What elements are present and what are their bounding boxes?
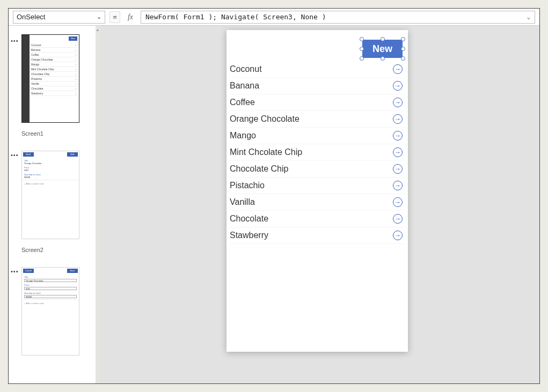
thumb-list-item: Banana› bbox=[31, 48, 77, 53]
formula-bar: OnSelect ⌄ = fx NewForm( Form1 ); Naviga… bbox=[9, 9, 539, 26]
screen2-label: Screen2 bbox=[21, 247, 96, 253]
thumb-edit-button: Edit bbox=[67, 152, 78, 157]
ellipsis-icon[interactable]: ••• bbox=[11, 152, 19, 158]
list-item[interactable]: Mint Chcolate Chip→ bbox=[230, 144, 405, 161]
list-item[interactable]: Pistachio→ bbox=[230, 177, 405, 194]
list-item-label: Vanilla bbox=[230, 197, 393, 207]
thumb-list-item: Orange Chocolate› bbox=[31, 57, 77, 62]
canvas-area[interactable]: New Coconut→Banana→Coffee→Orange Chocola… bbox=[100, 26, 539, 383]
list-item[interactable]: Chocolate→ bbox=[230, 211, 405, 227]
thumb-list-item: Pistachio› bbox=[31, 77, 77, 82]
thumb-new-button: New bbox=[69, 36, 77, 41]
arrow-right-icon[interactable]: → bbox=[393, 147, 403, 157]
ellipsis-icon[interactable]: ••• bbox=[11, 38, 19, 44]
screen1-thumbnail[interactable]: New Coconut›Banana›Coffee›Orange Chocola… bbox=[21, 34, 79, 123]
arrow-right-icon[interactable]: → bbox=[393, 181, 403, 190]
chevron-down-icon[interactable]: ⌄ bbox=[527, 13, 530, 20]
resize-handle[interactable] bbox=[401, 37, 405, 41]
list-item-label: Coffee bbox=[230, 98, 393, 107]
list-item[interactable]: Coffee→ bbox=[230, 94, 405, 111]
new-button-selection[interactable]: New bbox=[362, 40, 403, 58]
list-item-label: Orange Chocolate bbox=[230, 114, 393, 124]
thumb-list-item: Coffee› bbox=[31, 53, 77, 57]
arrow-right-icon[interactable]: → bbox=[393, 164, 403, 174]
list-item[interactable]: Orange Chocolate→ bbox=[230, 111, 405, 128]
resize-handle[interactable] bbox=[381, 37, 385, 41]
workspace: ••• New Coconut›Banana›Coffee›Orange Cho… bbox=[9, 26, 539, 383]
arrow-right-icon[interactable]: → bbox=[393, 214, 403, 224]
resize-handle[interactable] bbox=[401, 47, 405, 51]
list-item[interactable]: Stawberry→ bbox=[230, 227, 405, 244]
arrow-right-icon[interactable]: → bbox=[393, 131, 403, 140]
list-item-label: Chocolate bbox=[230, 214, 393, 224]
resize-handle[interactable] bbox=[360, 37, 364, 41]
gallery[interactable]: Coconut→Banana→Coffee→Orange Chocolate→M… bbox=[230, 61, 405, 349]
screen1-label: Screen1 bbox=[21, 130, 96, 137]
thumb-list-item: Mango› bbox=[31, 62, 77, 67]
app-frame: OnSelect ⌄ = fx NewForm( Form1 ); Naviga… bbox=[8, 8, 540, 384]
resize-handle[interactable] bbox=[360, 47, 364, 51]
arrow-right-icon[interactable]: → bbox=[393, 231, 403, 240]
fx-icon: fx bbox=[125, 13, 136, 21]
resize-handle[interactable] bbox=[401, 56, 405, 61]
screen2-thumbnail[interactable]: Back Edit Title Orange Chocolate Price 3… bbox=[21, 151, 79, 239]
thumb-cancel-button: Cancel bbox=[23, 269, 34, 273]
thumb-list-item: Chocolate› bbox=[31, 86, 77, 91]
list-item-label: Pistachio bbox=[230, 181, 393, 190]
ellipsis-icon[interactable]: ••• bbox=[11, 268, 19, 275]
thumb-back-button: Back bbox=[23, 152, 34, 157]
thumb-save-button: Save bbox=[67, 269, 78, 273]
thumb-list-item: Vanilla› bbox=[31, 82, 77, 86]
arrow-right-icon[interactable]: → bbox=[393, 197, 403, 207]
thumb-list-item: Stawberry› bbox=[31, 91, 77, 96]
thumb-list-item: Chocolate Chip› bbox=[31, 72, 77, 77]
arrow-right-icon[interactable]: → bbox=[393, 81, 403, 91]
new-button[interactable]: New bbox=[362, 40, 403, 58]
property-select[interactable]: OnSelect ⌄ bbox=[13, 11, 105, 24]
list-item[interactable]: Coconut→ bbox=[230, 61, 405, 78]
app-screen[interactable]: New Coconut→Banana→Coffee→Orange Chocola… bbox=[226, 30, 408, 352]
resize-handle[interactable] bbox=[381, 56, 385, 61]
thumb-list-item: Coconut› bbox=[31, 43, 77, 48]
arrow-right-icon[interactable]: → bbox=[393, 114, 403, 124]
property-select-value: OnSelect bbox=[17, 13, 45, 21]
screen3-thumbnail[interactable]: Cancel Save Title Orange Chocolate Price… bbox=[21, 267, 79, 356]
panel-splitter[interactable]: ˄ bbox=[96, 26, 100, 383]
arrow-right-icon[interactable]: → bbox=[393, 98, 403, 107]
thumb-list-item: Mint Chcolate Chip› bbox=[31, 67, 77, 72]
resize-handle[interactable] bbox=[360, 56, 364, 61]
list-item[interactable]: Chocolate Chip→ bbox=[230, 161, 405, 177]
list-item[interactable]: Banana→ bbox=[230, 78, 405, 94]
list-item-label: Coconut bbox=[230, 64, 393, 74]
list-item[interactable]: Vanilla→ bbox=[230, 194, 405, 211]
formula-input[interactable]: NewForm( Form1 ); Navigate( Screen3, Non… bbox=[141, 11, 535, 24]
list-item[interactable]: Mango→ bbox=[230, 128, 405, 144]
list-item-label: Stawberry bbox=[230, 231, 393, 240]
list-item-label: Chocolate Chip bbox=[230, 164, 393, 174]
list-item-label: Mango bbox=[230, 131, 393, 140]
chevron-down-icon: ⌄ bbox=[97, 13, 101, 20]
list-item-label: Banana bbox=[230, 81, 393, 91]
formula-text: NewForm( Form1 ); Navigate( Screen3, Non… bbox=[145, 13, 326, 21]
list-item-label: Mint Chcolate Chip bbox=[230, 147, 393, 157]
chevron-up-icon[interactable]: ˄ bbox=[96, 29, 100, 36]
equals-operator: = bbox=[109, 11, 120, 23]
arrow-right-icon[interactable]: → bbox=[393, 64, 403, 74]
screens-panel: ••• New Coconut›Banana›Coffee›Orange Cho… bbox=[9, 26, 96, 383]
